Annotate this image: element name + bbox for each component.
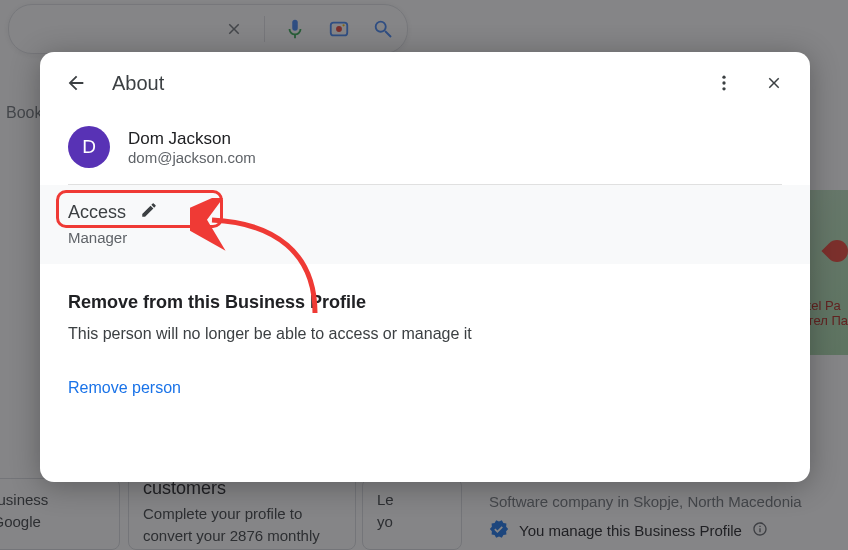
access-section: Access Manager	[40, 185, 810, 264]
about-modal: About D Dom Jackson dom@jackson.com Acce…	[40, 52, 810, 482]
more-options-icon[interactable]	[710, 69, 738, 97]
modal-header: About	[40, 52, 810, 114]
modal-title: About	[112, 72, 164, 95]
edit-icon[interactable]	[140, 201, 158, 223]
remove-section: Remove from this Business Profile This p…	[40, 264, 810, 411]
access-role: Manager	[68, 229, 782, 246]
user-name: Dom Jackson	[128, 129, 256, 149]
user-email: dom@jackson.com	[128, 149, 256, 166]
back-icon[interactable]	[62, 69, 90, 97]
svg-point-5	[722, 87, 725, 90]
svg-point-4	[722, 81, 725, 84]
close-icon[interactable]	[760, 69, 788, 97]
remove-title: Remove from this Business Profile	[68, 292, 782, 313]
svg-point-3	[722, 76, 725, 79]
remove-desc: This person will no longer be able to ac…	[68, 325, 782, 343]
access-row[interactable]: Access	[68, 201, 782, 223]
access-label: Access	[68, 202, 126, 223]
avatar: D	[68, 126, 110, 168]
user-row: D Dom Jackson dom@jackson.com	[40, 114, 810, 184]
remove-person-link[interactable]: Remove person	[68, 379, 782, 397]
